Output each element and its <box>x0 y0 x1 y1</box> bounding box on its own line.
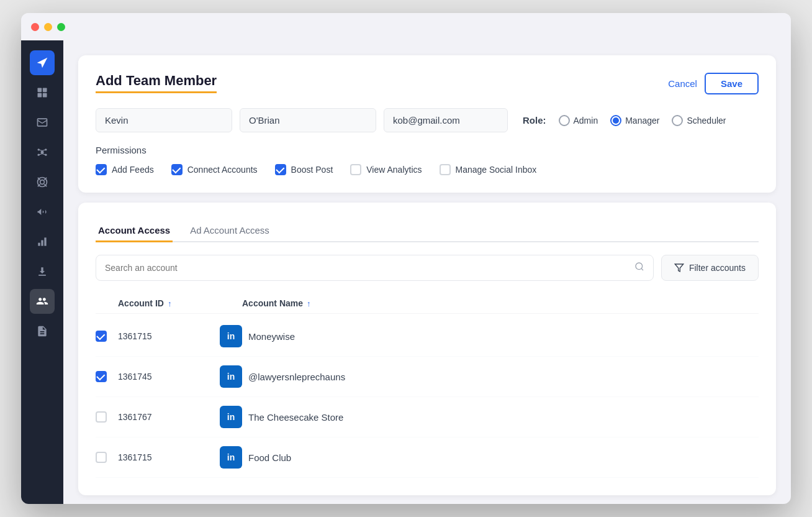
account-tabs: Account Access Ad Account Access <box>96 220 759 242</box>
role-scheduler[interactable]: Scheduler <box>672 115 726 126</box>
header-account-id[interactable]: Account ID ↑ <box>118 298 242 308</box>
svg-point-14 <box>40 180 45 185</box>
sidebar <box>21 40 63 504</box>
card-actions: Cancel Save <box>668 73 759 94</box>
sidebar-item-inbox[interactable] <box>30 110 55 135</box>
table-row: 1361715 in Moneywise <box>96 316 759 357</box>
table-header: Account ID ↑ Account Name ↑ <box>96 293 759 314</box>
filter-button[interactable]: Filter accounts <box>661 255 759 281</box>
save-button[interactable]: Save <box>705 73 759 94</box>
row-1-name-col: in Moneywise <box>220 325 759 347</box>
admin-label: Admin <box>574 116 598 126</box>
header-account-name[interactable]: Account Name ↑ <box>242 298 759 308</box>
tab-account-access[interactable]: Account Access <box>96 220 173 242</box>
boost-post-checkbox[interactable] <box>275 164 286 175</box>
row-1-name: Moneywise <box>248 331 295 342</box>
permission-add-feeds[interactable]: Add Feeds <box>96 164 154 175</box>
permission-boost-post[interactable]: Boost Post <box>275 164 333 175</box>
first-name-input[interactable] <box>96 108 232 132</box>
row-2-checkbox-col <box>96 371 118 382</box>
tab-ad-account-access[interactable]: Ad Account Access <box>187 220 272 242</box>
manager-label: Manager <box>625 116 659 126</box>
connect-accounts-checkbox[interactable] <box>171 164 183 175</box>
search-input[interactable] <box>105 263 629 273</box>
row-4-id: 1361715 <box>118 452 220 462</box>
row-3-checkbox-col <box>96 411 118 423</box>
maximize-button[interactable] <box>57 23 65 31</box>
row-4-name-col: in Food Club <box>220 446 759 469</box>
manage-social-inbox-checkbox[interactable] <box>440 164 451 175</box>
account-id-sort-icon[interactable]: ↑ <box>168 299 172 308</box>
manager-radio[interactable] <box>610 115 621 126</box>
search-box <box>96 255 654 281</box>
table-row: 1361767 in The Cheesecake Store <box>96 397 759 437</box>
card-title: Add Team Member <box>96 73 217 93</box>
table-row: 1361745 in @lawyersnleprechauns <box>96 357 759 397</box>
sidebar-item-team[interactable] <box>30 289 55 314</box>
sidebar-item-network[interactable] <box>30 140 55 165</box>
email-input[interactable] <box>384 108 508 132</box>
svg-rect-0 <box>38 88 42 93</box>
account-access-card: Account Access Ad Account Access <box>78 203 776 495</box>
row-1-platform-badge: in <box>220 325 242 347</box>
admin-radio[interactable] <box>559 115 570 126</box>
content-area: Add Team Member Cancel Save Role: <box>63 40 791 504</box>
permissions-row: Add Feeds Connect Accounts Boost Post Vi… <box>96 164 759 175</box>
sidebar-item-campaigns[interactable] <box>30 199 55 224</box>
minimize-button[interactable] <box>44 23 52 31</box>
main-area: Add Team Member Cancel Save Role: <box>21 40 791 504</box>
sidebar-item-reports[interactable] <box>30 319 55 344</box>
add-feeds-label: Add Feeds <box>112 165 154 175</box>
boost-post-label: Boost Post <box>291 165 333 175</box>
row-2-name: @lawyersnleprechauns <box>248 372 345 382</box>
account-id-label: Account ID <box>118 298 164 308</box>
sidebar-item-download[interactable] <box>30 259 55 284</box>
svg-point-4 <box>41 151 44 154</box>
row-4-checkbox[interactable] <box>96 452 107 463</box>
svg-rect-19 <box>38 243 40 246</box>
row-1-checkbox[interactable] <box>96 331 107 342</box>
row-3-checkbox[interactable] <box>96 411 107 423</box>
svg-rect-20 <box>41 240 43 246</box>
manage-social-inbox-label: Manage Social Inbox <box>456 165 537 175</box>
permission-connect-accounts[interactable]: Connect Accounts <box>171 164 258 175</box>
close-button[interactable] <box>31 23 39 31</box>
connect-accounts-label: Connect Accounts <box>187 165 258 175</box>
table-row: 1361715 in Food Club <box>96 437 759 478</box>
role-manager[interactable]: Manager <box>610 115 659 126</box>
scheduler-label: Scheduler <box>687 116 726 126</box>
view-analytics-checkbox[interactable] <box>350 164 361 175</box>
row-2-checkbox[interactable] <box>96 371 107 382</box>
permission-manage-social-inbox[interactable]: Manage Social Inbox <box>440 164 537 175</box>
row-2-name-col: in @lawyersnleprechauns <box>220 365 759 388</box>
account-name-sort-icon[interactable]: ↑ <box>307 299 311 308</box>
role-label: Role: <box>523 115 546 126</box>
svg-point-22 <box>636 263 643 270</box>
last-name-input[interactable] <box>240 108 376 132</box>
view-analytics-label: View Analytics <box>366 165 422 175</box>
svg-rect-3 <box>43 93 47 98</box>
row-1-id: 1361715 <box>118 331 220 341</box>
svg-rect-21 <box>44 237 46 245</box>
permission-view-analytics[interactable]: View Analytics <box>350 164 422 175</box>
sidebar-item-send[interactable] <box>30 50 55 75</box>
sidebar-item-analytics[interactable] <box>30 229 55 254</box>
add-team-member-card: Add Team Member Cancel Save Role: <box>78 55 776 193</box>
row-2-platform-badge: in <box>220 365 242 388</box>
row-1-checkbox-col <box>96 331 118 342</box>
svg-line-23 <box>641 268 643 270</box>
row-2-id: 1361745 <box>118 372 220 382</box>
sidebar-item-help[interactable] <box>30 170 55 194</box>
search-filter-row: Filter accounts <box>96 255 759 281</box>
account-name-label: Account Name <box>242 298 303 308</box>
svg-rect-2 <box>38 93 42 98</box>
role-admin[interactable]: Admin <box>559 115 598 126</box>
card-header: Add Team Member Cancel Save <box>96 73 759 108</box>
add-feeds-checkbox[interactable] <box>96 164 107 175</box>
role-options: Admin Manager Scheduler <box>559 115 726 126</box>
sidebar-item-dashboard[interactable] <box>30 80 55 105</box>
scheduler-radio[interactable] <box>672 115 683 126</box>
manager-radio-dot <box>613 117 619 124</box>
row-4-checkbox-col <box>96 452 118 463</box>
cancel-button[interactable]: Cancel <box>668 78 697 89</box>
